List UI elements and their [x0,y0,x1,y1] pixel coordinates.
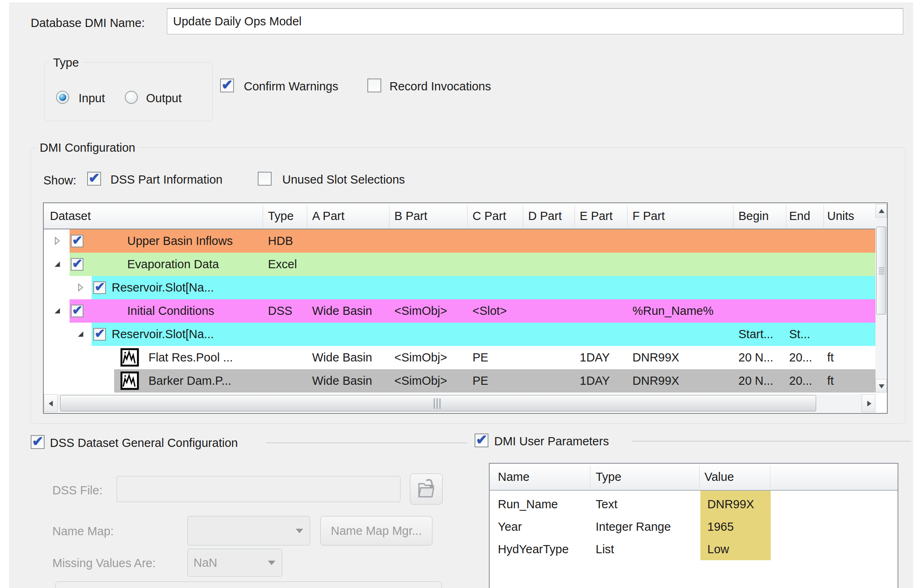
dataset-label[interactable]: Reservoir.Slot[Na... [112,323,214,346]
param-col-value[interactable]: Value [704,464,734,490]
dmi-user-params-checkbox[interactable] [475,433,488,447]
horizontal-scroll-thumb[interactable] [60,395,816,411]
unused-slots-checkbox[interactable] [258,172,272,186]
scroll-up-button[interactable] [875,204,887,218]
missing-values-dropdown[interactable]: NaN [187,549,282,577]
col-header-begin[interactable]: Begin [738,203,769,229]
dataset-label[interactable]: Initial Conditions [127,299,214,323]
record-invocations-checkbox[interactable] [367,79,381,92]
scroll-grip-icon [434,398,441,409]
col-header-type[interactable]: Type [268,203,294,229]
dss-file-browse-button[interactable] [410,474,443,505]
expander-collapsed-icon[interactable] [52,236,63,246]
tree-row[interactable]: Upper Basin InflowsHDB [44,229,875,253]
confirm-warnings-label[interactable]: Confirm Warnings [244,79,338,93]
cell-type: Excel [268,253,297,276]
dmi-user-params-title: DMI User Parameters [494,434,609,448]
dataset-label[interactable]: Evaporation Data [127,253,219,276]
dataset-label[interactable]: Upper Basin Inflows [127,229,233,253]
tree-row[interactable]: Reservoir.Slot[Na... [44,276,875,299]
scroll-down-button[interactable] [875,379,887,393]
col-divider [574,205,575,227]
cell-end: 20... [789,369,812,393]
row-enabled-checkbox[interactable] [71,305,83,317]
col-header-c-part[interactable]: C Part [473,203,506,229]
cell-b: <SimObj> [394,346,447,369]
scroll-grip-icon [879,267,884,274]
dss-part-info-label[interactable]: DSS Part Information [110,173,223,186]
col-divider [699,465,700,488]
row-enabled-checkbox[interactable] [93,328,106,341]
record-invocations-label[interactable]: Record Invocations [389,79,491,93]
col-divider [523,205,523,227]
col-divider [263,205,263,227]
right-arrow-icon [867,401,871,406]
col-header-f-part[interactable]: F Part [632,203,665,229]
col-header-end[interactable]: End [789,203,810,229]
col-header-d-part[interactable]: D Part [528,203,562,229]
user-params-table: Name Type Value Run_NameTextDNR99XYearIn… [489,463,898,588]
dss-file-input[interactable] [117,476,400,502]
dss-part-info-checkbox[interactable] [87,172,101,186]
name-map-manager-button[interactable]: Name Map Mgr... [320,516,432,545]
header-divider [490,490,898,491]
cell-f: DNR99X [632,369,679,393]
dataset-label[interactable]: Reservoir.Slot[Na... [112,276,214,299]
col-header-units[interactable]: Units [827,203,854,229]
scroll-left-button[interactable] [44,394,58,412]
missing-values-label: Missing Values Are: [52,556,156,570]
input-radio[interactable] [56,91,69,104]
dmi-name-input[interactable] [167,9,903,34]
param-value[interactable]: Low [707,538,729,561]
cell-type: HDB [268,229,293,253]
name-map-dropdown[interactable] [187,516,310,545]
tree-row[interactable]: Evaporation DataExcel [44,253,875,276]
col-divider [824,205,824,227]
type-group-title: Type [50,56,82,70]
vertical-scroll-thumb[interactable] [876,227,886,314]
col-header-dataset[interactable]: Dataset [50,203,91,229]
param-col-name[interactable]: Name [498,464,529,490]
param-type: List [596,538,614,561]
param-col-type[interactable]: Type [596,464,621,490]
output-radio[interactable] [125,91,138,104]
col-header-a-part[interactable]: A Part [312,203,344,229]
row-enabled-checkbox[interactable] [71,258,83,271]
scroll-right-button[interactable] [862,394,875,412]
expander-expanded-icon[interactable] [52,259,63,269]
confirm-warnings-checkbox[interactable] [220,79,234,92]
param-value[interactable]: DNR99X [707,493,754,516]
dataset-table: Dataset Type A Part B Part C Part D Part… [43,202,888,414]
expander-expanded-icon[interactable] [52,305,63,316]
dss-bottom-box [55,581,442,588]
cell-c: PE [473,346,488,369]
expander-expanded-icon[interactable] [75,329,86,339]
section-rule [266,442,467,443]
row-enabled-checkbox[interactable] [93,281,106,294]
dataset-label[interactable]: Barker Dam.P... [148,369,232,393]
tree-row[interactable]: Barker Dam.P...Wide Basin<SimObj>PE1DAYD… [44,369,875,393]
expander-collapsed-icon[interactable] [75,282,86,293]
param-value[interactable]: 1965 [707,516,734,538]
tree-row[interactable]: Reservoir.Slot[Na...Start...St... [44,323,875,346]
dss-config-section-checkbox[interactable] [31,435,45,449]
unused-slots-label[interactable]: Unused Slot Selections [282,173,405,186]
cell-end: 20... [789,346,812,369]
output-radio-label[interactable]: Output [146,92,182,105]
cell-c: <Slot> [473,299,507,323]
row-enabled-checkbox[interactable] [71,235,83,247]
param-name: HydYearType [498,538,569,561]
cell-a: Wide Basin [312,369,372,393]
vertical-scrollbar[interactable] [875,204,887,393]
col-divider [786,205,786,227]
col-divider [627,205,628,227]
dataset-label[interactable]: Flat Res.Pool ... [148,346,233,369]
slot-series-icon [120,371,139,390]
cell-begin: 20 N... [738,346,773,369]
horizontal-scrollbar[interactable] [44,394,875,412]
col-header-b-part[interactable]: B Part [394,203,428,229]
col-header-e-part[interactable]: E Part [580,203,613,229]
tree-row[interactable]: Initial ConditionsDSSWide Basin<SimObj><… [44,299,875,323]
tree-row[interactable]: Flat Res.Pool ...Wide Basin<SimObj>PE1DA… [44,346,875,369]
input-radio-label[interactable]: Input [79,92,105,105]
